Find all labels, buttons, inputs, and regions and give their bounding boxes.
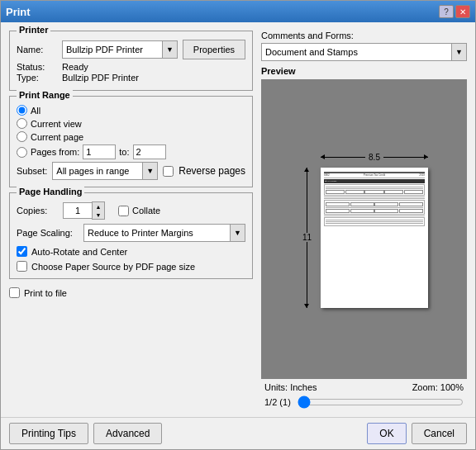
pages-to-input[interactable]	[133, 144, 166, 159]
form-section-2	[324, 200, 425, 215]
current-page-radio-row: Current page	[17, 131, 245, 142]
form-warning: ▲ CAUTION	[324, 179, 425, 182]
form-header-row: 8962 Premium Tax Credit 2019	[324, 174, 425, 178]
name-label: Name:	[17, 45, 62, 54]
page-nav-slider[interactable]	[298, 396, 464, 409]
pages-from-input[interactable]	[83, 144, 116, 159]
form-line-8	[326, 220, 423, 220]
form-section-3	[324, 217, 425, 226]
current-page-radio[interactable]	[17, 131, 27, 142]
properties-button[interactable]: Properties	[183, 40, 245, 59]
form-line-4	[324, 197, 425, 197]
width-arrow-line-left	[321, 157, 365, 158]
scaling-row: Page Scaling: Reduce to Printer Margins …	[17, 224, 245, 242]
form-line-1	[324, 178, 425, 178]
print-to-file-row: Print to file	[9, 287, 253, 298]
width-arrow-line-right	[383, 157, 428, 158]
form-grid-3	[326, 209, 423, 213]
page-handling-group: Page Handling Copies: ▲ ▼	[9, 192, 253, 279]
copies-up-button[interactable]: ▲	[93, 202, 104, 211]
height-arrow: 11	[302, 168, 312, 308]
copies-row: Copies: ▲ ▼ Collate	[17, 201, 245, 220]
printer-name-select[interactable]: Bullzip PDF Printer	[62, 40, 178, 59]
type-value: Bullzip PDF Printer	[62, 73, 139, 83]
advanced-button[interactable]: Advanced	[93, 423, 162, 444]
comments-forms-section: Comments and Forms: Document and Stamps …	[261, 31, 467, 61]
collate-row: Collate	[118, 206, 160, 216]
cancel-button[interactable]: Cancel	[412, 423, 467, 444]
scaling-select[interactable]: Reduce to Printer Margins	[83, 224, 245, 242]
printer-name-select-wrapper: Bullzip PDF Printer ▼	[62, 40, 178, 59]
auto-rotate-row: Auto-Rotate and Center	[17, 246, 245, 257]
reverse-pages-checkbox[interactable]	[163, 166, 174, 177]
subset-label: Subset:	[17, 166, 47, 176]
subset-select[interactable]: All pages in range	[52, 162, 158, 180]
pages-to-label: to:	[119, 147, 129, 157]
page-handling-content: Copies: ▲ ▼ Collate	[17, 198, 245, 272]
zoom-label: Zoom: 100%	[412, 382, 464, 392]
copies-spinner: ▲ ▼	[63, 201, 105, 220]
right-panel: Comments and Forms: Document and Stamps …	[261, 31, 467, 409]
page-nav-row: 1/2 (1)	[261, 396, 467, 409]
pages-from-label: Pages from:	[31, 147, 79, 157]
copies-down-button[interactable]: ▼	[93, 211, 104, 219]
collate-checkbox[interactable]	[118, 206, 129, 216]
current-view-label: Current view	[31, 119, 82, 129]
bottom-arrowhead-icon	[304, 304, 309, 308]
print-to-file-label: Print to file	[24, 288, 67, 298]
ok-button[interactable]: OK	[367, 423, 406, 444]
spinner-buttons: ▲ ▼	[92, 201, 105, 220]
printer-group-label: Printer	[17, 25, 50, 35]
height-value: 11	[302, 233, 312, 242]
units-zoom-row: Units: Inches Zoom: 100%	[261, 382, 467, 392]
comments-forms-select[interactable]: Document and Stamps	[261, 43, 467, 61]
form-cell-6	[326, 202, 350, 206]
width-arrow: 8.5	[321, 153, 428, 162]
bottom-bar: Printing Tips Advanced OK Cancel	[1, 417, 475, 449]
print-to-file-checkbox[interactable]	[9, 287, 20, 298]
form-line-6	[326, 207, 423, 208]
form-line-2	[326, 187, 423, 187]
scaling-label: Page Scaling:	[17, 228, 79, 238]
printer-name-row: Name: Bullzip PDF Printer ▼ Properties	[17, 40, 245, 59]
print-range-group: Print Range All Current view Current	[9, 96, 253, 187]
form-cell-7	[350, 202, 374, 206]
form-cell-2	[345, 190, 364, 194]
form-line-3	[326, 188, 423, 189]
left-arrowhead-icon	[321, 154, 325, 159]
height-arrow-line-bottom	[307, 242, 307, 308]
pages-radio[interactable]	[17, 147, 27, 158]
bottom-left-buttons: Printing Tips Advanced	[9, 423, 162, 444]
printing-tips-button[interactable]: Printing Tips	[9, 423, 88, 444]
current-view-radio[interactable]	[17, 118, 27, 129]
form-cell-4	[384, 190, 403, 194]
units-label: Units: Inches	[264, 382, 317, 392]
form-line-10	[326, 223, 423, 224]
auto-rotate-checkbox[interactable]	[17, 246, 27, 257]
paper-source-label: Choose Paper Source by PDF page size	[31, 262, 195, 272]
all-radio-row: All	[17, 105, 245, 116]
preview-label: Preview	[261, 66, 467, 76]
bottom-right-buttons: OK Cancel	[367, 423, 467, 444]
copies-label: Copies:	[17, 206, 58, 216]
help-button[interactable]: ?	[439, 5, 454, 18]
form-grid-1	[326, 190, 423, 194]
close-button[interactable]: ✕	[455, 5, 470, 18]
preview-paper-content: 8962 Premium Tax Credit 2019 ▲ CAUTION	[321, 168, 428, 308]
paper-source-checkbox[interactable]	[17, 261, 27, 272]
title-bar: Print ? ✕	[1, 1, 475, 22]
preview-container: 8.5 11	[321, 168, 428, 308]
all-radio[interactable]	[17, 105, 27, 116]
copies-input[interactable]	[63, 202, 92, 219]
form-cell-12	[374, 209, 398, 213]
printer-type-row: Type: Bullzip PDF Printer	[17, 73, 245, 83]
status-value: Ready	[62, 62, 88, 72]
page-handling-label: Page Handling	[17, 187, 84, 197]
printer-status-row: Status: Ready	[17, 62, 245, 72]
form-cell-3	[364, 190, 383, 194]
type-label: Type:	[17, 73, 62, 83]
window-title: Print	[6, 6, 31, 18]
form-cell-11	[350, 209, 374, 213]
form-line-7	[324, 216, 425, 216]
form-cell-10	[326, 209, 350, 213]
